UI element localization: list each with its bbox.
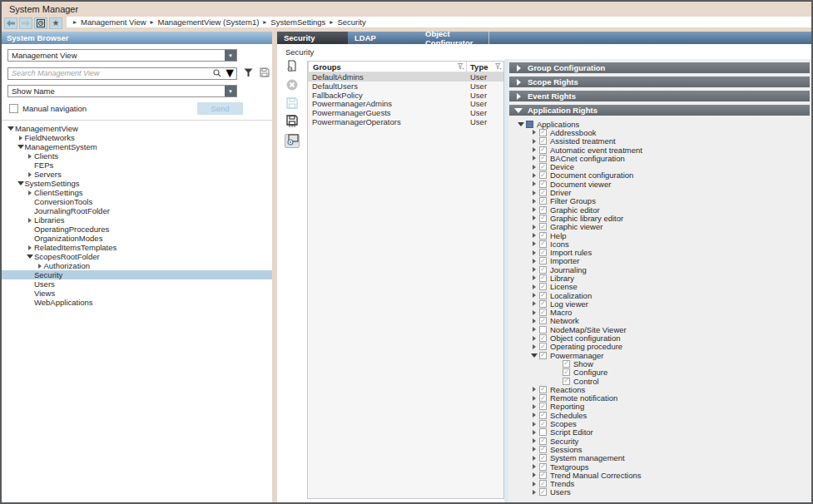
group-row-defaultusers[interactable]: DefaultUsersUser — [308, 82, 503, 91]
history-button[interactable] — [34, 17, 47, 29]
expander-group-configuration[interactable]: Group Configuration — [509, 62, 810, 73]
collapse-arrow-icon[interactable] — [515, 122, 526, 126]
expand-arrow-icon[interactable] — [528, 301, 539, 306]
checkbox-checked[interactable]: ✓ — [539, 412, 547, 419]
checkbox-unchecked[interactable] — [539, 326, 547, 334]
collapse-arrow-icon[interactable] — [528, 353, 539, 358]
checkbox-checked[interactable]: ✓ — [539, 309, 547, 316]
expand-arrow-icon[interactable] — [528, 472, 539, 477]
expand-arrow-icon[interactable] — [26, 245, 34, 250]
expand-arrow-icon[interactable] — [26, 190, 34, 195]
app-right-import-rules[interactable]: ✓Import rules — [509, 248, 810, 256]
search-input[interactable] — [8, 69, 213, 77]
save-button[interactable] — [285, 97, 300, 111]
checkbox-checked[interactable]: ✓ — [539, 420, 547, 427]
app-right-document-viewer[interactable]: ✓Document viewer — [509, 180, 810, 188]
checkbox-checked[interactable]: ✓ — [539, 215, 547, 222]
app-right-graphic-library-editor[interactable]: ✓Graphic library editor — [509, 214, 810, 222]
checkbox-checked[interactable]: ✓ — [539, 446, 547, 453]
view-selector[interactable]: Management View ▼ — [7, 49, 237, 62]
expand-arrow-icon[interactable] — [528, 156, 539, 161]
expand-arrow-icon[interactable] — [528, 319, 539, 324]
expand-arrow-icon[interactable] — [528, 396, 539, 401]
breadcrumb-item[interactable]: Security — [337, 17, 365, 27]
expand-arrow-icon[interactable] — [528, 430, 539, 435]
checkbox-unchecked[interactable] — [539, 428, 547, 436]
app-right-filter-groups[interactable]: ✓Filter Groups — [509, 197, 810, 205]
expand-arrow-icon[interactable] — [528, 404, 539, 409]
app-right-sessions[interactable]: ✓Sessions — [509, 445, 810, 453]
group-row-powermanageradmins[interactable]: PowermanagerAdminsUser — [308, 99, 503, 108]
expand-arrow-icon[interactable] — [528, 225, 539, 230]
checkbox-checked[interactable]: ✓ — [539, 463, 547, 471]
checkbox-checked[interactable]: ✓ — [539, 454, 547, 462]
expand-arrow-icon[interactable] — [528, 387, 539, 392]
tree-node-users[interactable]: Users — [2, 279, 272, 289]
checkbox-checked[interactable]: ✓ — [539, 352, 547, 359]
checkbox-checked[interactable]: ✓ — [539, 292, 547, 299]
expand-arrow-icon[interactable] — [26, 154, 34, 159]
checkbox-checked[interactable]: ✓ — [539, 317, 547, 324]
app-right-icons[interactable]: ✓Icons — [509, 240, 810, 248]
app-right-graphic-editor[interactable]: ✓Graphic editor — [509, 205, 810, 214]
tree-node-views[interactable]: Views — [2, 289, 272, 298]
checkbox-checked[interactable]: ✓ — [539, 343, 547, 350]
groups-column-header[interactable]: Groups — [308, 62, 466, 72]
tree-node-conversiontools[interactable]: ConversionTools — [2, 197, 272, 206]
checkbox-checked[interactable]: ✓ — [539, 472, 547, 479]
app-right-trends[interactable]: ✓Trends — [509, 479, 810, 487]
app-right-powermanager-control[interactable]: ✓Control — [509, 377, 810, 385]
breadcrumb-item[interactable]: ManagementView (System1) — [158, 17, 260, 27]
save-filter-button[interactable] — [260, 66, 270, 81]
group-row-powermanageroperators[interactable]: PowermanagerOperatorsUser — [308, 117, 503, 126]
tab-object-configurator[interactable]: Object Configurator — [419, 32, 489, 44]
tab-security[interactable]: Security — [277, 32, 348, 44]
back-button[interactable] — [4, 17, 17, 29]
breadcrumb-item[interactable]: Management View — [81, 17, 146, 27]
expand-arrow-icon[interactable] — [528, 259, 539, 264]
tree-node-relateditemstemplates[interactable]: RelatedItemsTemplates — [2, 243, 272, 252]
checkbox-checked[interactable]: ✓ — [539, 129, 547, 136]
app-right-log-viewer[interactable]: ✓Log viewer — [509, 299, 810, 308]
app-right-trend-manual-corrections[interactable]: ✓Trend Manual Corrections — [509, 471, 810, 479]
app-right-localization[interactable]: ✓Localization — [509, 291, 810, 299]
checkbox-checked[interactable]: ✓ — [539, 155, 547, 162]
tree-node-webapplications[interactable]: WebApplications — [2, 298, 272, 307]
tab-ldap[interactable]: LDAP — [348, 32, 419, 44]
tree-node-operatingprocedures[interactable]: OperatingProcedures — [2, 225, 272, 234]
app-right-applications-root[interactable]: Applications — [509, 120, 810, 128]
app-right-scopes[interactable]: ✓Scopes — [509, 419, 810, 427]
collapse-arrow-icon[interactable] — [17, 181, 25, 185]
expand-arrow-icon[interactable] — [528, 275, 539, 280]
search-box[interactable]: ▼ — [7, 67, 237, 80]
expand-arrow-icon[interactable] — [528, 190, 539, 195]
expand-arrow-icon[interactable] — [528, 310, 539, 315]
expand-arrow-icon[interactable] — [528, 267, 539, 272]
app-right-powermanager-configure[interactable]: ✓Configure — [509, 368, 810, 377]
expand-arrow-icon[interactable] — [528, 336, 539, 341]
app-right-security[interactable]: ✓Security — [509, 437, 810, 445]
expand-arrow-icon[interactable] — [528, 199, 539, 204]
app-right-object-configuration[interactable]: ✓Object configuration — [509, 334, 810, 342]
search-options-chevron-icon[interactable]: ▼ — [223, 66, 236, 81]
expand-arrow-icon[interactable] — [528, 438, 539, 443]
checkbox-checked[interactable]: ✓ — [539, 334, 547, 342]
save-as-button[interactable] — [285, 116, 300, 130]
app-right-nodemap-site-viewer[interactable]: NodeMap/Site Viewer — [509, 325, 810, 334]
checkbox-checked[interactable]: ✓ — [539, 189, 547, 196]
checkbox-checked[interactable]: ✓ — [539, 488, 547, 496]
checkbox-checked[interactable]: ✓ — [539, 386, 547, 393]
expand-arrow-icon[interactable] — [26, 172, 34, 177]
groups-filter-icon[interactable] — [458, 63, 464, 70]
app-right-reactions[interactable]: ✓Reactions — [509, 385, 810, 393]
tree-node-scopesrootfolder[interactable]: ScopesRootFolder — [2, 252, 272, 261]
display-mode-selector[interactable]: Show Name ▼ — [7, 85, 237, 97]
expand-arrow-icon[interactable] — [528, 413, 539, 418]
tree-node-feps[interactable]: FEPs — [2, 161, 272, 170]
checkbox-checked[interactable]: ✓ — [539, 283, 547, 290]
app-right-macro[interactable]: ✓Macro — [509, 309, 810, 317]
expand-arrow-icon[interactable] — [528, 233, 539, 238]
expand-arrow-icon[interactable] — [528, 207, 539, 212]
app-right-license[interactable]: ✓License — [509, 283, 810, 291]
type-filter-icon[interactable] — [495, 63, 502, 70]
